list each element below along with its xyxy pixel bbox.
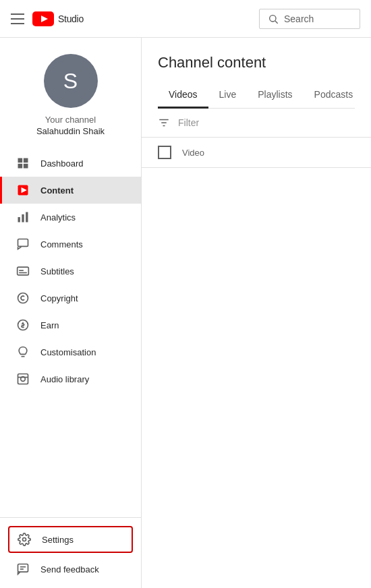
svg-point-2 (270, 15, 276, 21)
sidebar-item-send-feedback-label: Send feedback (40, 564, 99, 575)
svg-rect-20 (18, 374, 28, 384)
search-placeholder: Search (284, 13, 314, 24)
filter-icon (158, 117, 170, 129)
sidebar-bottom: Settings Send feedback (0, 517, 141, 588)
sidebar-item-subtitles-label: Subtitles (40, 266, 74, 276)
sidebar-item-content[interactable]: Content (0, 177, 141, 204)
sidebar-item-send-feedback[interactable]: Send feedback (0, 556, 141, 583)
sidebar-item-customisation-label: Customisation (40, 347, 96, 357)
filter-placeholder: Filter (178, 117, 199, 128)
sidebar-item-comments-label: Comments (40, 239, 83, 249)
main-layout: S Your channel Salahuddin Shaik Dashboar… (0, 38, 371, 588)
avatar: S (44, 54, 98, 108)
table-header: Video (142, 138, 371, 168)
feedback-icon (16, 562, 30, 576)
sidebar-item-dashboard-label: Dashboard (40, 158, 84, 169)
svg-line-3 (275, 21, 278, 24)
svg-point-17 (18, 293, 28, 303)
sidebar-item-audio-library[interactable]: Audio library (0, 365, 141, 392)
svg-rect-24 (18, 564, 28, 572)
dashboard-icon (16, 156, 30, 170)
audio-library-icon (16, 372, 30, 386)
svg-rect-6 (18, 164, 23, 169)
sidebar-item-customisation[interactable]: Customisation (0, 339, 141, 365)
tab-podcasts[interactable]: Podcasts (304, 82, 364, 109)
svg-rect-4 (18, 158, 23, 163)
sidebar-item-copyright[interactable]: Copyright (0, 285, 141, 312)
content-area: Channel content Videos Live Playlists Po… (142, 38, 371, 588)
copyright-icon (16, 291, 30, 305)
sidebar-item-content-label: Content (40, 185, 74, 196)
channel-name: Salahuddin Shaik (36, 126, 105, 136)
search-bar[interactable]: Search (259, 9, 360, 29)
svg-rect-11 (22, 214, 24, 223)
svg-rect-12 (26, 212, 28, 223)
sidebar-item-earn-label: Earn (40, 320, 59, 330)
tab-videos[interactable]: Videos (158, 82, 208, 109)
sidebar-item-audio-library-label: Audio library (40, 374, 89, 384)
content-icon (16, 183, 30, 197)
select-all-checkbox[interactable] (158, 146, 171, 159)
page-title: Channel content (158, 54, 355, 71)
earn-icon (16, 318, 30, 332)
youtube-icon (32, 11, 54, 26)
comments-icon (16, 237, 30, 251)
sidebar-item-dashboard[interactable]: Dashboard (0, 150, 141, 177)
sidebar-item-analytics-label: Analytics (40, 212, 76, 223)
nav-items: Dashboard Content Analytics (0, 150, 141, 517)
sidebar-item-copyright-label: Copyright (40, 293, 78, 303)
sidebar-item-settings-label: Settings (42, 535, 74, 545)
filter-bar[interactable]: Filter (142, 109, 371, 138)
svg-rect-13 (18, 239, 28, 247)
studio-label: Studio (58, 13, 84, 24)
analytics-icon (16, 210, 30, 224)
sidebar-item-analytics[interactable]: Analytics (0, 204, 141, 231)
sidebar-item-settings[interactable]: Settings (8, 526, 133, 553)
customisation-icon (16, 345, 30, 359)
settings-icon (18, 533, 31, 546)
content-tabs: Videos Live Playlists Podcasts (158, 82, 355, 109)
sidebar-item-comments[interactable]: Comments (0, 231, 141, 258)
channel-label: Your channel (45, 115, 96, 125)
sidebar-item-subtitles[interactable]: Subtitles (0, 258, 141, 285)
channel-info: S Your channel Salahuddin Shaik (0, 49, 141, 150)
svg-rect-10 (18, 217, 20, 223)
content-header: Channel content Videos Live Playlists Po… (142, 38, 371, 109)
sidebar: S Your channel Salahuddin Shaik Dashboar… (0, 38, 142, 588)
header-left: Studio (11, 11, 84, 26)
tab-playlists[interactable]: Playlists (247, 82, 303, 109)
table-col-video-label: Video (182, 148, 204, 158)
hamburger-menu-button[interactable] (11, 13, 24, 24)
svg-rect-5 (24, 158, 28, 163)
search-icon (268, 13, 279, 24)
logo[interactable]: Studio (32, 11, 84, 26)
svg-point-23 (23, 538, 26, 541)
svg-rect-7 (24, 164, 28, 169)
tab-live[interactable]: Live (208, 82, 248, 109)
sidebar-item-earn[interactable]: Earn (0, 312, 141, 339)
subtitles-icon (16, 264, 30, 278)
header: Studio Search (0, 0, 371, 38)
